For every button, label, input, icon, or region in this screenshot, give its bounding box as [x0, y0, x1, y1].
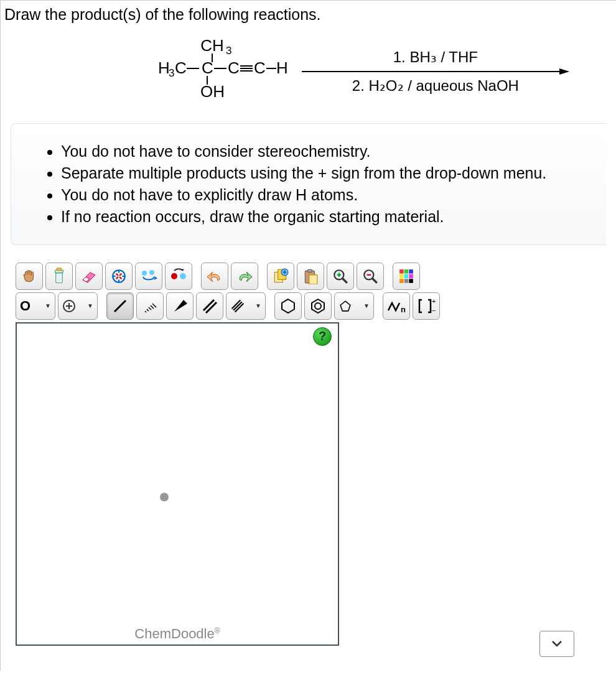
svg-point-49	[63, 300, 75, 312]
svg-rect-47	[404, 279, 409, 283]
recessed-bond-button[interactable]	[136, 292, 164, 320]
svg-point-66	[315, 303, 321, 309]
chevron-down-icon	[551, 640, 562, 648]
svg-line-54	[147, 309, 149, 311]
triple-bond-button[interactable]: ▼	[226, 292, 266, 320]
svg-rect-41	[404, 269, 409, 274]
color-picker-button[interactable]	[393, 263, 420, 290]
svg-marker-67	[340, 301, 350, 311]
svg-text:C: C	[202, 58, 213, 77]
svg-rect-27	[274, 272, 282, 282]
charge-picker[interactable]: ▼	[58, 292, 98, 320]
reaction-scheme: CH 3 H 3 C C C C H OH H 1	[104, 39, 612, 105]
chain-tool-button[interactable]: n	[383, 292, 410, 320]
chemdoodle-brand: ChemDoodle®	[17, 626, 338, 642]
svg-rect-28	[278, 269, 286, 279]
svg-rect-31	[308, 269, 312, 272]
svg-point-22	[113, 270, 125, 282]
drawing-canvas[interactable]: ? ChemDoodle®	[16, 322, 339, 646]
element-label: O	[20, 298, 30, 314]
reagent-2: 2. H₂O₂ / aqueous NaOH	[352, 77, 519, 95]
paste-button[interactable]	[297, 263, 324, 290]
chevron-down-icon: ▼	[363, 302, 370, 309]
redo-button[interactable]	[231, 263, 258, 290]
svg-line-38	[372, 278, 377, 283]
svg-point-25	[171, 273, 177, 279]
svg-point-26	[180, 273, 186, 279]
svg-point-37	[364, 270, 373, 279]
hint-item: Separate multiple products using the + s…	[61, 164, 595, 182]
svg-point-29	[281, 269, 288, 276]
svg-rect-45	[409, 274, 413, 278]
svg-text:3: 3	[226, 45, 231, 57]
svg-text:CH: CH	[200, 39, 224, 55]
svg-text:C: C	[228, 58, 240, 77]
zoom-out-button[interactable]	[357, 263, 384, 290]
canvas-help-button[interactable]: ?	[313, 327, 332, 346]
chevron-down-icon: ▼	[255, 302, 261, 309]
svg-line-55	[149, 307, 151, 310]
question-prompt: Draw the product(s) of the following rea…	[4, 6, 612, 24]
toolbar-row-1	[16, 263, 607, 290]
svg-line-60	[206, 302, 217, 313]
ring-picker[interactable]: ▼	[334, 292, 374, 320]
svg-text:3: 3	[169, 67, 174, 79]
svg-text:+: +	[432, 297, 436, 305]
element-picker[interactable]: O ▼	[16, 292, 55, 320]
chemdoodle-editor: O ▼ ▼	[16, 263, 607, 658]
svg-point-24	[149, 270, 154, 275]
answer-dropdown[interactable]	[539, 631, 574, 657]
single-bond-button[interactable]	[106, 292, 134, 320]
reactant-structure: CH 3 H 3 C C C C H OH H	[147, 39, 289, 105]
svg-text:H: H	[158, 58, 170, 77]
svg-rect-48	[409, 279, 413, 283]
pan-hand-button[interactable]	[16, 263, 43, 290]
chevron-down-icon: ▼	[87, 302, 93, 309]
erase-button[interactable]	[75, 263, 103, 290]
svg-rect-30	[305, 271, 314, 283]
hints-panel: You do not have to consider stereochemis…	[11, 123, 606, 245]
svg-rect-32	[309, 274, 317, 284]
svg-rect-42	[409, 269, 413, 274]
clean-button[interactable]	[135, 263, 162, 290]
hint-item: You do not have to explicitly draw H ato…	[61, 186, 595, 204]
hint-item: You do not have to consider stereochemis…	[61, 142, 595, 161]
svg-rect-46	[399, 279, 404, 283]
bracket-tool-button[interactable]: +−	[413, 292, 440, 320]
svg-point-33	[334, 270, 343, 279]
svg-line-34	[342, 278, 347, 283]
wedge-bond-button[interactable]	[166, 292, 194, 320]
benzene-button[interactable]	[304, 292, 332, 320]
svg-rect-40	[399, 269, 404, 274]
canvas-start-atom[interactable]	[160, 493, 169, 501]
clear-button[interactable]	[45, 263, 73, 290]
svg-text:n: n	[401, 305, 406, 314]
cyclohexane-button[interactable]	[274, 292, 302, 320]
svg-line-61	[232, 300, 241, 309]
svg-line-57	[152, 304, 156, 307]
center-button[interactable]	[105, 263, 133, 290]
toolbar-row-2: O ▼ ▼	[16, 292, 607, 320]
double-bond-button[interactable]	[196, 292, 223, 320]
svg-line-53	[145, 311, 146, 312]
svg-point-23	[142, 271, 147, 276]
svg-text:C: C	[175, 58, 187, 77]
flip-button[interactable]	[165, 263, 192, 290]
svg-line-59	[203, 300, 214, 310]
copy-button[interactable]	[267, 263, 294, 290]
svg-line-63	[235, 303, 244, 312]
svg-line-52	[114, 300, 126, 312]
svg-text:OH: OH	[200, 82, 225, 101]
reaction-arrow: 1. BH₃ / THF 2. H₂O₂ / aqueous NaOH	[302, 49, 569, 95]
svg-line-62	[233, 302, 242, 310]
reagent-1: 1. BH₃ / THF	[393, 49, 478, 66]
svg-rect-21	[55, 270, 63, 272]
chevron-down-icon: ▼	[45, 302, 51, 309]
svg-marker-65	[312, 299, 324, 313]
svg-rect-43	[399, 274, 404, 278]
undo-button[interactable]	[201, 263, 228, 290]
svg-rect-44	[404, 274, 409, 278]
zoom-in-button[interactable]	[327, 263, 354, 290]
hint-item: If no reaction occurs, draw the organic …	[61, 208, 595, 226]
svg-rect-20	[56, 272, 63, 282]
